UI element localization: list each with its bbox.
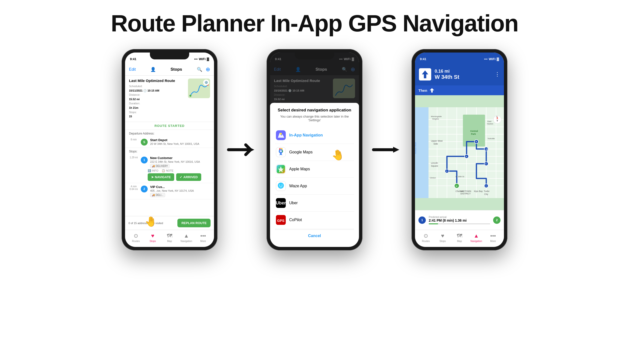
stops-icon-1: ♥ [151,233,154,239]
nav-icon-3: ▲ [473,233,479,239]
stop-2-circle: 2 [141,185,148,192]
tab-routes-3[interactable]: ⊙ Routes [418,233,433,243]
search-icon-1[interactable]: 🔍 [197,67,202,72]
stop-1-name: New Customer [150,156,200,160]
svg-text:Clinton: Clinton [430,177,436,179]
delivery-badge-2: 🚚 DELI... [150,193,165,197]
nav-option-uber[interactable]: Uber Uber [275,195,354,212]
route-info-card-1: Last Mile Optimized Route Scheduled: 15/… [125,76,214,122]
svg-text:Yorkville: Yorkville [487,137,495,140]
status-icons-3: ▪▪▪ WiFi ▓ [484,57,499,61]
phone-1-screen: 9:41 ▪▪▪ WiFi ▓ Edit 👤 Stops 🔍 ⊕ [125,53,214,247]
svg-text:MIDTOWN: MIDTOWN [461,190,471,192]
nav-option-apple[interactable]: Apple Maps [275,161,354,178]
stop-2-dist: 4 min 0.64 mi [129,185,138,190]
svg-text:1: 1 [485,185,487,187]
svg-point-6 [280,133,282,135]
svg-rect-20 [415,107,429,198]
gps-nav-header: 0.16 mi W 34th St ⋮ [415,63,504,86]
departure-header: Departure Address: [125,130,214,136]
phones-container: 9:41 ▪▪▪ WiFi ▓ Edit 👤 Stops 🔍 ⊕ [0,49,629,250]
page-title: Route Planner In-App GPS Navigation [0,0,629,49]
svg-text:Hudson River: Hudson River [415,142,417,154]
svg-text:5: 5 [485,163,486,165]
more-icon-3: ••• [490,233,496,239]
nav-option-copilot[interactable]: GPS CoPilot [275,212,354,229]
route-started-banner: ROUTE STARTED [125,122,214,130]
more-label-1: More [200,240,206,243]
modal-overlay-2: Select desired navigation application Yo… [270,53,359,247]
tab-nav-3[interactable]: ▲ Navigation [469,233,483,243]
signal-icon-1: ▪▪▪ [194,57,197,61]
cancel-button-2[interactable]: Cancel [275,229,354,242]
svg-point-11 [278,182,284,189]
notch-3 [440,53,479,59]
cursor-hand-2: 🤚 [330,148,345,162]
tab-more-3[interactable]: ••• More [486,233,500,243]
phone-2: 9:41 ▪▪▪ WiFi ▓ Edit 👤 Stops 🔍 ⊕ [267,49,362,250]
info-link[interactable]: ℹ️ INFO [148,169,158,172]
svg-marker-3 [248,147,254,153]
stop-num-1: 1 [418,216,426,224]
svg-text:3: 3 [446,170,448,172]
gmaps-icon [276,147,286,157]
stops-label-1: Stops [150,240,156,243]
svg-text:City: City [484,193,488,195]
uber-label: Uber [289,201,298,205]
stop-1-dist: 1.29 mi [129,156,138,159]
map-area-3: Central Park S [415,95,504,210]
stop-1-item: 1.29 mi 1 New Customer 222 E 34th St, Ne… [125,154,214,183]
map-icon-3: 🗺 [457,233,462,239]
status-icons-1: ▪▪▪ WiFi ▓ [194,57,209,61]
nav-option-inapp[interactable]: In-App Navigation [275,127,354,144]
phone-1: 9:41 ▪▪▪ WiFi ▓ Edit 👤 Stops 🔍 ⊕ [122,49,217,250]
tab-stops-3[interactable]: ♥ Stops [435,233,450,243]
then-label: Then [418,88,427,92]
more-label-3: More [490,240,496,243]
start-depot-item: 8 min S Start Depot 20 W 34th St, New Yo… [125,136,214,148]
then-arrow-icon [429,88,435,93]
wifi-icon-3: WiFi [489,57,495,61]
copilot-label: CoPilot [289,218,302,222]
tab-routes-1[interactable]: ⊙ Routes [129,233,143,243]
replan-button[interactable]: REPLAN ROUTE [177,219,211,227]
modal-subtitle-2: You can always change this selection lat… [275,115,354,122]
stop-num-2: 2 [493,216,500,224]
route-meta-1: Scheduled: 15/11/2021 🕐 10:15 AM Distanc… [129,84,185,119]
battery-icon-3: ▓ [497,57,499,61]
stop-list-1: Departure Address: 8 min S Start Depot 2… [125,130,214,216]
header-icons-1: 🔍 ⊕ [197,66,210,73]
nav-label-1: Navigation [181,240,192,243]
gps-distance: 0.16 mi [435,69,491,74]
note-link[interactable]: 📋 NOTE [162,169,173,172]
routes-label-3: Routes [422,240,430,243]
notch-2 [295,53,334,59]
arrived-button[interactable]: ✓ ARRIVED [176,173,201,181]
tab-stops-1[interactable]: ♥ Stops [146,233,160,243]
gps-bottom: 1 Predicted arrival 2:41 PM (8 min) 1.36… [415,210,504,230]
svg-text:Lincoln: Lincoln [431,162,438,164]
svg-text:10: 10 [485,148,488,150]
gps-info: 0.16 mi W 34th St [435,69,491,80]
more-icon-1: ••• [200,233,206,239]
tab-nav-1[interactable]: ▲ Navigation [179,233,194,243]
tab-map-3[interactable]: 🗺 Map [452,233,467,243]
svg-text:Park: Park [471,133,476,135]
start-depot-address: 20 W 34th St, New York, NY 10001, USA [150,142,210,145]
svg-text:Side: Side [433,143,438,145]
tab-more-1[interactable]: ••• More [196,233,211,243]
gps-menu-dots[interactable]: ⋮ [495,71,500,78]
stops-header: Stops: [125,148,214,154]
stops-icon-3: ♥ [441,233,444,239]
add-icon-1[interactable]: ⊕ [206,66,210,73]
svg-text:9: 9 [476,141,477,143]
cursor-hand-1: 🤚 [145,216,157,216]
phone-3: 9:41 ▪▪▪ WiFi ▓ 0.16 mi [412,49,507,250]
navigate-button[interactable]: ➤ NAVIGATE [148,173,174,181]
routes-icon-1: ⊙ [134,233,138,239]
tab-map-1[interactable]: 🗺 Map [162,233,177,243]
nav-option-waze[interactable]: Waze App [275,178,354,195]
phone-2-screen: 9:41 ▪▪▪ WiFi ▓ Edit 👤 Stops 🔍 ⊕ [270,53,359,247]
arrival-label: Predicted arrival [429,216,490,218]
edit-button-1[interactable]: Edit [129,67,136,72]
